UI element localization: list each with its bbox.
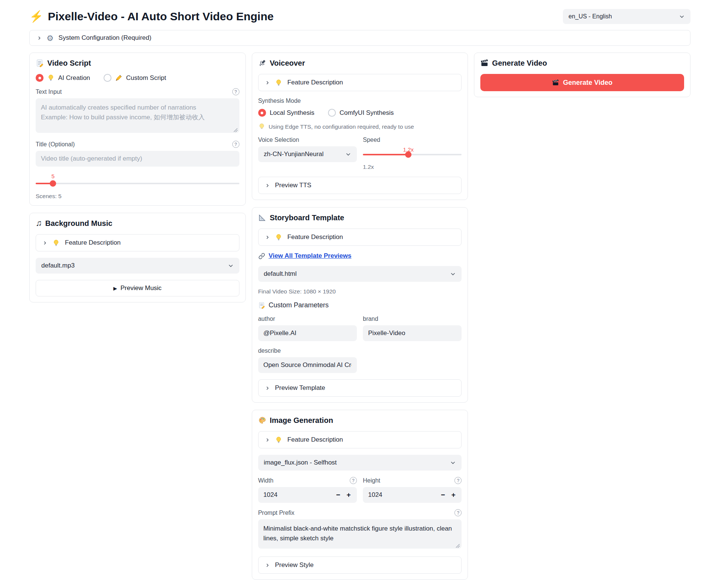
bulb-icon [47,74,54,81]
help-icon[interactable]: ? [454,477,462,484]
background-music-title-text: Background Music [45,219,113,228]
image-workflow-select[interactable]: image_flux.json - Selfhost [258,455,462,471]
author-label: author [258,316,275,322]
feature-description-accordion[interactable]: Feature Description [258,229,462,246]
radio-comfyui-synthesis[interactable]: ComfyUI Synthesis [328,109,394,117]
chevron-right-icon [265,235,270,240]
synthesis-mode-radio-group: Local Synthesis ComfyUI Synthesis [258,109,462,117]
text-input-textarea[interactable] [36,98,239,133]
accordion-label: Feature Description [287,79,343,86]
height-decrement-button[interactable]: − [438,490,448,499]
preview-tts-accordion[interactable]: Preview TTS [258,177,462,194]
describe-field: describe [258,347,357,373]
view-all-templates-row: View All Template Previews [258,252,462,260]
preview-music-label: Preview Music [120,284,162,292]
generate-video-button[interactable]: Generate Video [480,74,684,91]
feature-description-accordion[interactable]: Feature Description [36,234,239,251]
page-title: ⚡ Pixelle-Video - AI Auto Short Video En… [29,10,274,23]
height-field: Height ? 1024 − + [363,477,462,503]
speed-slider[interactable]: 1.2x [363,146,462,155]
accordion-label: Feature Description [65,239,120,247]
music-file-select-value: default.mp3 [41,262,75,269]
feature-description-accordion[interactable]: Feature Description [258,431,462,448]
clapperboard-icon [480,59,489,67]
memo-icon [36,59,44,67]
palette-icon [258,416,266,424]
chevron-right-icon [42,241,47,245]
chevron-down-icon [450,460,456,466]
music-file-select[interactable]: default.mp3 [36,258,239,274]
slider-track[interactable] [363,154,462,155]
slider-track[interactable] [36,183,239,184]
width-value[interactable]: 1024 [263,491,278,499]
writing-hand-icon [115,74,122,81]
radio-selected-dot [258,109,266,117]
voice-select[interactable]: zh-CN-YunjianNeural [258,146,357,162]
speed-readout: 1.2x [363,164,462,170]
text-input-label: Text Input [36,89,62,95]
preview-music-button[interactable]: ▶ Preview Music [36,280,239,296]
speed-field: Speed 1.2x 1.2x [363,137,462,170]
voice-selection-label: Voice Selection [258,137,299,143]
preview-style-accordion[interactable]: Preview Style [258,556,462,574]
brand-field: brand [363,316,462,341]
slider-handle[interactable] [405,152,412,158]
width-increment-button[interactable]: + [343,490,354,499]
slider-value-label: 5 [51,173,54,179]
help-icon[interactable]: ? [232,88,239,95]
chevron-right-icon [265,563,270,568]
radio-custom-script[interactable]: Custom Script [104,74,166,82]
pixelle-video-app: ⚡ Pixelle-Video - AI Auto Short Video En… [0,0,719,580]
radio-ai-creation[interactable]: AI Creation [36,74,90,82]
custom-parameters-heading: Custom Parameters [258,301,462,309]
chevron-down-icon [679,14,685,20]
language-select[interactable]: en_US - English [563,9,690,24]
image-generation-card: Image Generation Feature Description ima… [252,410,468,580]
edge-tts-tip: Using Edge TTS, no configuration require… [258,123,462,130]
width-decrement-button[interactable]: − [333,490,343,499]
radio-label: AI Creation [58,74,90,82]
bulb-icon [275,234,282,241]
bulb-icon [258,123,265,130]
height-increment-button[interactable]: + [448,490,459,499]
chevron-down-icon [345,151,351,157]
radio-label: Custom Script [126,74,166,82]
help-icon[interactable]: ? [454,509,462,516]
voiceover-title-text: Voiceover [270,59,305,68]
template-select[interactable]: default.html [258,266,462,282]
play-icon: ▶ [113,286,117,291]
background-music-title: ♫ Background Music [36,219,239,228]
system-configuration-accordion[interactable]: ⚙ System Configuration (Required) [29,30,690,46]
memo-icon [258,302,265,309]
preview-template-accordion[interactable]: Preview Template [258,379,462,397]
help-icon[interactable]: ? [350,477,357,484]
voiceover-title: Voiceover [258,59,462,68]
author-input[interactable] [258,325,357,341]
brand-input[interactable] [363,325,462,341]
slider-handle[interactable] [50,180,56,187]
describe-label: describe [258,347,281,354]
help-icon[interactable]: ? [232,141,239,148]
video-script-title-text: Video Script [47,59,91,68]
height-value[interactable]: 1024 [368,491,382,499]
title-input[interactable] [36,151,239,167]
custom-parameters-heading-text: Custom Parameters [269,301,329,309]
text-input-wrap [36,98,239,134]
edge-tts-tip-text: Using Edge TTS, no configuration require… [269,123,414,130]
width-field: Width ? 1024 − + [258,477,357,503]
image-generation-title: Image Generation [258,416,462,425]
lightning-icon: ⚡ [29,11,43,22]
feature-description-accordion[interactable]: Feature Description [258,74,462,91]
prompt-prefix-textarea[interactable]: Minimalist black-and-white matchstick fi… [258,519,462,549]
gear-icon: ⚙ [47,34,54,42]
synthesis-mode-field: Synthesis Mode Local Synthesis ComfyUI S… [258,98,462,117]
accordion-label: Preview Template [275,384,325,392]
background-music-card: ♫ Background Music Feature Description d… [29,213,246,302]
chevron-right-icon [265,386,270,391]
link-icon [258,253,265,260]
radio-local-synthesis[interactable]: Local Synthesis [258,109,314,117]
scenes-slider[interactable]: 5 [36,173,239,184]
view-all-templates-link[interactable]: View All Template Previews [269,252,352,260]
describe-input[interactable] [258,357,357,373]
author-field: author [258,316,357,341]
